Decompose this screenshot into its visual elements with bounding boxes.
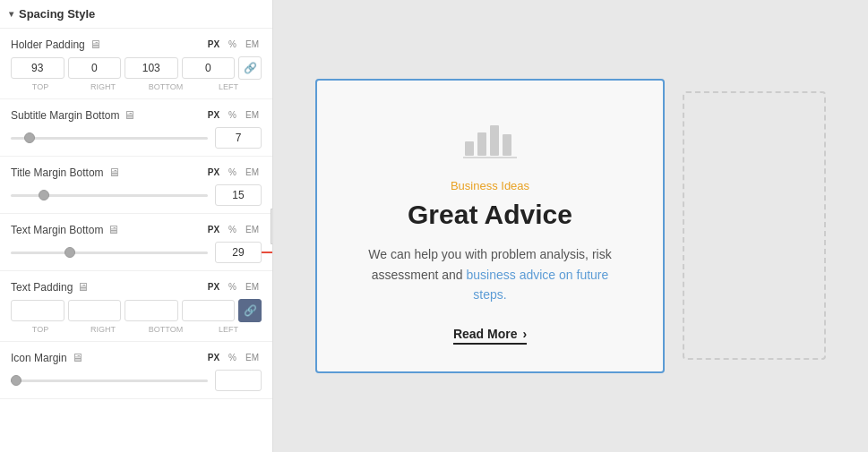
arrow-indicator: ◀	[262, 245, 273, 260]
text-padding-label-row: Text Padding 🖥 PX % EM	[11, 280, 262, 294]
svg-rect-3	[503, 134, 511, 156]
text-margin-label: Text Margin Bottom 🖥	[11, 223, 119, 236]
read-more-chevron: ›	[522, 327, 527, 341]
chart-icon	[463, 116, 517, 165]
icon-margin-slider-row	[11, 370, 262, 391]
monitor-icon-subtitle: 🖥	[124, 108, 135, 122]
holder-padding-left[interactable]	[182, 57, 236, 79]
text-padding-label: Text Padding 🖥	[11, 280, 89, 294]
panel-header: ▾ Spacing Style	[0, 0, 272, 29]
card-subtitle: Business Ideas	[451, 179, 529, 192]
unit-px-text[interactable]: PX	[205, 224, 222, 235]
unit-pct-text[interactable]: %	[226, 224, 239, 235]
read-more-label: Read More	[453, 327, 518, 341]
icon-margin-input[interactable]	[215, 370, 262, 391]
card-body-text: We can help you with problem analysis, r…	[356, 244, 624, 304]
text-padding-left[interactable]	[182, 300, 236, 321]
unit-percent[interactable]: %	[226, 38, 239, 50]
text-margin-input[interactable]	[215, 242, 262, 263]
unit-tabs-subtitle: PX % EM	[205, 109, 262, 121]
holder-padding-section: Holder Padding 🖥 PX % EM 🔗 TOP RIGHT BOT…	[0, 29, 272, 99]
text-padding-right[interactable]	[68, 300, 122, 321]
monitor-icon-text: 🖥	[107, 223, 119, 236]
icon-margin-slider[interactable]	[11, 380, 208, 382]
holder-padding-label-row: Holder Padding 🖥 PX % EM	[11, 38, 262, 51]
title-margin-label-row: Title Margin Bottom 🖥 PX % EM	[11, 166, 262, 179]
unit-tabs-text: PX % EM	[205, 224, 262, 235]
subtitle-margin-label-row: Subtitle Margin Bottom 🖥 PX % EM	[11, 108, 262, 122]
unit-pct-textpad[interactable]: %	[226, 281, 239, 293]
icon-margin-label-row: Icon Margin 🖥 PX % EM	[11, 351, 262, 364]
unit-em-text[interactable]: EM	[243, 224, 262, 235]
card-wrapper: Business Ideas Great Advice We can help …	[315, 79, 826, 372]
unit-tabs-title: PX % EM	[205, 166, 262, 178]
spacing-style-panel: ▾ Spacing Style Holder Padding 🖥 PX % EM…	[0, 0, 273, 452]
text-padding-bottom[interactable]	[125, 300, 178, 321]
monitor-icon-title: 🖥	[108, 166, 120, 179]
unit-px-iconmargin[interactable]: PX	[205, 352, 222, 363]
title-margin-slider-row	[11, 184, 262, 206]
unit-pct-subtitle[interactable]: %	[226, 109, 239, 121]
unit-px-textpad[interactable]: PX	[205, 281, 222, 293]
monitor-icon-iconmargin: 🖥	[72, 351, 83, 364]
icon-margin-label: Icon Margin 🖥	[11, 351, 83, 364]
svg-rect-0	[465, 141, 474, 156]
title-margin-slider[interactable]	[11, 194, 208, 197]
unit-em-textpad[interactable]: EM	[243, 281, 262, 293]
title-margin-section: Title Margin Bottom 🖥 PX % EM	[0, 157, 272, 214]
read-more-button[interactable]: Read More ›	[453, 327, 527, 345]
text-margin-section: Text Margin Bottom 🖥 PX % EM ◀	[0, 214, 272, 271]
subtitle-margin-label: Subtitle Margin Bottom 🖥	[11, 108, 135, 122]
unit-em-subtitle[interactable]: EM	[243, 109, 262, 121]
holder-padding-bottom[interactable]	[125, 57, 178, 79]
svg-rect-2	[490, 125, 499, 156]
text-padding-link-btn[interactable]: 🔗	[238, 299, 262, 322]
subtitle-margin-slider-row	[11, 127, 262, 149]
text-margin-slider-row: ◀	[11, 242, 262, 263]
unit-tabs-holder: PX % EM	[205, 38, 262, 50]
text-padding-section: Text Padding 🖥 PX % EM 🔗 TOP RIGHT BOTTO…	[0, 271, 272, 342]
title-margin-input[interactable]	[215, 184, 262, 206]
subtitle-margin-slider[interactable]	[11, 137, 208, 140]
monitor-icon: 🖥	[90, 38, 101, 51]
icon-margin-section: Icon Margin 🖥 PX % EM	[0, 342, 272, 399]
svg-rect-1	[477, 132, 486, 156]
unit-pct-title[interactable]: %	[226, 166, 239, 178]
holder-padding-labels: TOP RIGHT BOTTOM LEFT	[11, 82, 262, 91]
unit-em[interactable]: EM	[243, 38, 262, 50]
unit-px[interactable]: PX	[205, 38, 222, 50]
title-margin-label: Title Margin Bottom 🖥	[11, 166, 120, 179]
text-padding-labels: TOP RIGHT BOTTOM LEFT	[11, 325, 262, 334]
text-margin-slider[interactable]	[11, 252, 208, 254]
text-padding-inputs: 🔗	[11, 299, 262, 322]
text-padding-top[interactable]	[11, 300, 64, 321]
preview-card: Business Ideas Great Advice We can help …	[315, 79, 665, 372]
holder-padding-label: Holder Padding 🖥	[11, 38, 101, 51]
unit-px-subtitle[interactable]: PX	[205, 109, 222, 121]
card-highlight-text: business advice on future steps.	[467, 268, 609, 302]
holder-padding-inputs: 🔗	[11, 56, 262, 80]
subtitle-margin-section: Subtitle Margin Bottom 🖥 PX % EM	[0, 99, 272, 157]
subtitle-margin-input[interactable]	[215, 127, 262, 149]
holder-padding-right[interactable]	[68, 57, 122, 79]
unit-px-title[interactable]: PX	[205, 166, 222, 178]
unit-pct-iconmargin[interactable]: %	[226, 352, 239, 363]
card-title: Great Advice	[408, 200, 572, 230]
ghost-card-placeholder	[683, 91, 826, 360]
chevron-down-icon: ▾	[9, 9, 13, 19]
panel-title: Spacing Style	[19, 7, 95, 21]
monitor-icon-textpad: 🖥	[77, 280, 89, 294]
holder-padding-top[interactable]	[11, 57, 64, 79]
holder-padding-link-btn[interactable]: 🔗	[238, 56, 262, 80]
unit-em-title[interactable]: EM	[243, 166, 262, 178]
unit-em-iconmargin[interactable]: EM	[243, 352, 262, 363]
unit-tabs-textpad: PX % EM	[205, 281, 262, 293]
unit-tabs-iconmargin: PX % EM	[205, 352, 262, 363]
preview-area: Business Ideas Great Advice We can help …	[273, 0, 868, 452]
text-margin-label-row: Text Margin Bottom 🖥 PX % EM	[11, 223, 262, 236]
